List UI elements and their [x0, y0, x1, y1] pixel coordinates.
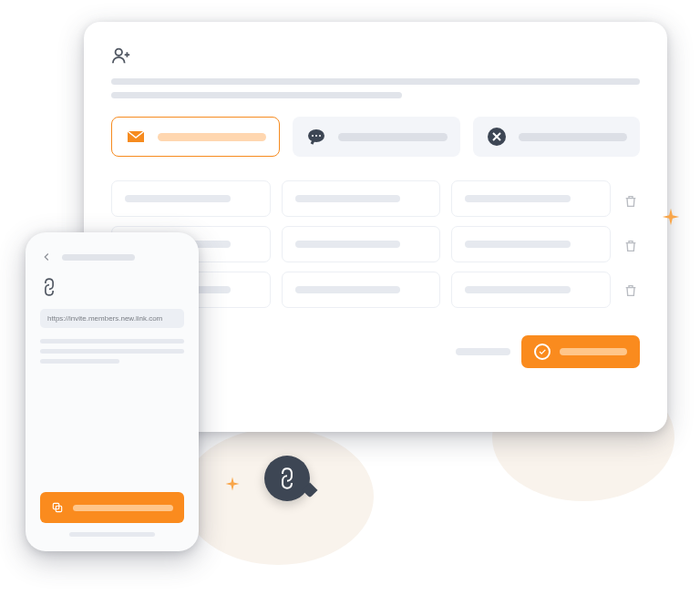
input-cell[interactable] [451, 226, 611, 262]
submit-label-skeleton [560, 348, 627, 355]
method-label-skeleton [519, 133, 627, 141]
envelope-icon [125, 126, 147, 148]
trash-icon[interactable] [623, 283, 638, 298]
cancel-button[interactable] [456, 348, 510, 355]
submit-button[interactable] [521, 335, 640, 368]
chat-icon [305, 126, 327, 148]
input-cell[interactable] [111, 180, 271, 217]
copy-link-button[interactable] [40, 492, 184, 523]
x-circle-icon [486, 126, 508, 148]
arrow-left-icon[interactable] [40, 251, 53, 263]
svg-point-4 [319, 135, 321, 137]
copy-label-skeleton [73, 505, 173, 511]
trash-icon[interactable] [623, 194, 638, 209]
method-chat[interactable] [293, 117, 459, 157]
floating-link-badge [264, 456, 310, 501]
trash-icon[interactable] [623, 239, 638, 253]
input-cell[interactable] [282, 272, 441, 308]
input-cell[interactable] [282, 226, 441, 262]
copy-icon [51, 501, 64, 514]
phone-mockup: https://invite.members.new.link.com [26, 232, 199, 551]
link-icon [40, 278, 58, 296]
sparkle-icon [661, 207, 681, 227]
phone-footer-skeleton [69, 532, 156, 537]
method-email[interactable] [111, 117, 280, 157]
svg-point-2 [312, 135, 314, 137]
invite-method-row [111, 117, 640, 157]
method-label-skeleton [338, 133, 447, 141]
input-cell[interactable] [451, 180, 611, 217]
svg-point-0 [116, 49, 122, 56]
svg-point-3 [315, 135, 317, 137]
table-row [111, 180, 611, 217]
sparkle-icon [224, 476, 241, 492]
text-skeleton-line [40, 349, 184, 354]
user-plus-icon [111, 46, 131, 66]
subtitle-skeleton-line [111, 92, 402, 98]
phone-title-skeleton [62, 254, 135, 261]
title-skeleton-line [111, 78, 640, 85]
method-none[interactable] [473, 117, 640, 157]
input-cell[interactable] [282, 180, 441, 217]
method-label-skeleton [158, 133, 266, 141]
check-circle-icon [534, 344, 551, 360]
input-cell[interactable] [451, 272, 611, 308]
invite-url-field[interactable]: https://invite.members.new.link.com [40, 309, 184, 328]
text-skeleton-line [40, 339, 184, 344]
phone-header [40, 251, 184, 263]
text-skeleton-line [40, 359, 119, 364]
